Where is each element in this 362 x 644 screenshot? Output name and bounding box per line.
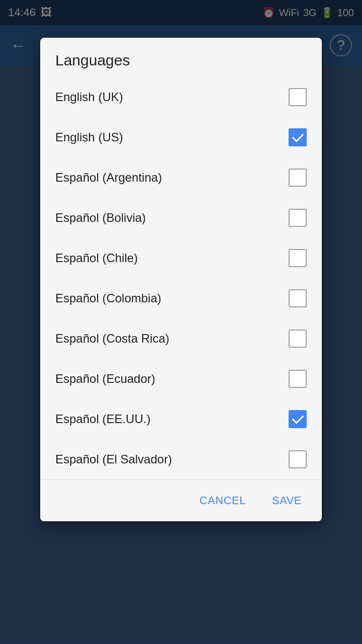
checkbox-english-uk[interactable]: [289, 88, 307, 106]
language-dialog: Languages English (UK)English (US)Españo…: [40, 38, 322, 521]
language-label-espanol-eeuu: Español (EE.UU.): [55, 412, 150, 426]
language-item-espanol-bolivia[interactable]: Español (Bolivia): [40, 198, 322, 238]
language-item-espanol-el-salvador[interactable]: Español (El Salvador): [40, 439, 322, 479]
checkbox-espanol-el-salvador[interactable]: [289, 450, 307, 468]
checkbox-espanol-eeuu[interactable]: [289, 410, 307, 428]
language-item-espanol-costa-rica[interactable]: Español (Costa Rica): [40, 318, 322, 359]
dialog-title: Languages: [40, 38, 322, 77]
checkbox-english-us[interactable]: [289, 128, 307, 146]
checkbox-espanol-bolivia[interactable]: [289, 209, 307, 227]
language-label-espanol-colombia: Español (Colombia): [55, 291, 161, 305]
save-button[interactable]: SAVE: [264, 488, 310, 513]
language-label-espanol-bolivia: Español (Bolivia): [55, 211, 146, 225]
language-label-english-uk: English (UK): [55, 90, 123, 104]
checkbox-espanol-chile[interactable]: [289, 249, 307, 267]
language-label-espanol-el-salvador: Español (El Salvador): [55, 452, 172, 466]
checkbox-espanol-colombia[interactable]: [289, 289, 307, 307]
cancel-button[interactable]: CANCEL: [192, 488, 254, 513]
dialog-footer: CANCEL SAVE: [40, 479, 322, 521]
language-item-espanol-colombia[interactable]: Español (Colombia): [40, 278, 322, 318]
language-label-espanol-chile: Español (Chile): [55, 251, 138, 265]
language-item-english-uk[interactable]: English (UK): [40, 77, 322, 117]
checkbox-espanol-costa-rica[interactable]: [289, 330, 307, 348]
language-list: English (UK)English (US)Español (Argenti…: [40, 77, 322, 479]
language-item-espanol-eeuu[interactable]: Español (EE.UU.): [40, 399, 322, 439]
checkbox-espanol-argentina[interactable]: [289, 169, 307, 187]
language-item-espanol-ecuador[interactable]: Español (Ecuador): [40, 359, 322, 399]
language-label-espanol-costa-rica: Español (Costa Rica): [55, 332, 169, 346]
language-item-espanol-chile[interactable]: Español (Chile): [40, 238, 322, 278]
language-label-espanol-argentina: Español (Argentina): [55, 171, 162, 185]
language-item-espanol-argentina[interactable]: Español (Argentina): [40, 157, 322, 198]
language-label-english-us: English (US): [55, 130, 123, 144]
language-item-english-us[interactable]: English (US): [40, 117, 322, 157]
language-label-espanol-ecuador: Español (Ecuador): [55, 372, 155, 386]
checkbox-espanol-ecuador[interactable]: [289, 370, 307, 388]
